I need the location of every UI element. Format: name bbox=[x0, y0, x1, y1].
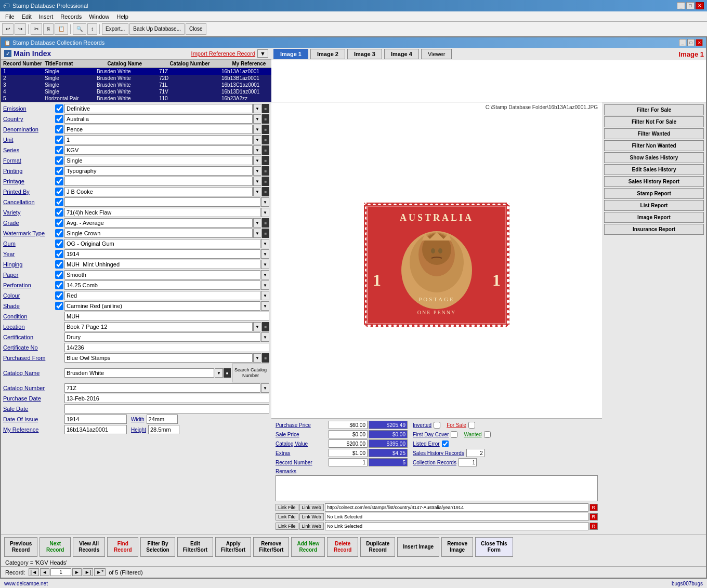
input-purchased-from[interactable] bbox=[64, 353, 253, 363]
dropdown-perforation[interactable]: ▼ bbox=[261, 280, 269, 290]
check-shade[interactable] bbox=[55, 302, 63, 310]
label-my-reference[interactable]: My Reference bbox=[3, 426, 55, 433]
check-denomination[interactable] bbox=[55, 125, 63, 133]
input-series[interactable] bbox=[64, 145, 253, 155]
record-row[interactable]: 1 1914 KGV Head Carmine Red MUH Neck Fla… bbox=[1, 68, 271, 75]
input-country[interactable] bbox=[64, 114, 253, 124]
input-date-of-issue[interactable] bbox=[64, 415, 127, 424]
last-record-nav[interactable]: ►| bbox=[83, 568, 94, 576]
input-catalog-value[interactable] bbox=[329, 439, 368, 448]
next-record-nav[interactable]: ► bbox=[72, 568, 82, 576]
image-report-btn[interactable]: Image Report bbox=[604, 212, 704, 223]
view-all-records-btn[interactable]: View AllRecords bbox=[73, 537, 105, 557]
previous-record-btn[interactable]: PreviousRecord bbox=[4, 537, 37, 557]
edit-sales-history-btn[interactable]: Edit Sales History bbox=[604, 164, 704, 175]
input-hinging[interactable] bbox=[64, 260, 260, 269]
label-year[interactable]: Year bbox=[3, 251, 55, 257]
toolbar-backup[interactable]: Back Up Database... bbox=[129, 23, 185, 35]
label-gum[interactable]: Gum bbox=[3, 240, 55, 247]
check-inverted[interactable] bbox=[434, 422, 440, 429]
check-printage[interactable] bbox=[55, 177, 63, 185]
input-year[interactable] bbox=[64, 249, 260, 259]
link-web-btn-3[interactable]: Link Web bbox=[299, 523, 324, 530]
label-date-of-issue[interactable]: Date Of Issue bbox=[3, 416, 55, 422]
label-certificate-no[interactable]: Certificate No bbox=[3, 344, 55, 351]
label-sale-price[interactable]: Sale Price bbox=[276, 432, 328, 437]
next-record-btn[interactable]: NextRecord bbox=[40, 537, 71, 557]
dropdown-year[interactable]: ▼ bbox=[261, 249, 269, 259]
label-emission[interactable]: Emission bbox=[3, 105, 55, 112]
input-paper[interactable] bbox=[64, 270, 260, 279]
dropdown-unit[interactable]: ▼ bbox=[253, 135, 261, 144]
minimize-btn[interactable]: _ bbox=[677, 2, 685, 9]
label-denomination[interactable]: Denomination bbox=[3, 126, 55, 132]
toolbar-paste[interactable]: 📋 bbox=[55, 23, 68, 35]
check-listed-error[interactable] bbox=[442, 440, 449, 447]
filter-wanted-btn[interactable]: Filter Wanted bbox=[604, 128, 704, 139]
first-record-nav[interactable]: |◄ bbox=[29, 568, 40, 576]
label-certification[interactable]: Certification bbox=[3, 334, 55, 340]
input-condition[interactable] bbox=[64, 312, 269, 321]
menu-file[interactable]: File bbox=[2, 13, 18, 20]
input-printage[interactable] bbox=[64, 177, 253, 186]
input-printed-by[interactable] bbox=[64, 187, 253, 196]
dropdown-catalog-name[interactable]: ▼ bbox=[215, 368, 223, 378]
label-remarks[interactable]: Remarks bbox=[276, 469, 598, 474]
close-btn[interactable]: ✕ bbox=[696, 2, 704, 9]
check-cancellation[interactable] bbox=[55, 198, 63, 206]
input-sales-history-count[interactable] bbox=[466, 449, 485, 457]
dropdown-grade[interactable]: ▼ bbox=[253, 218, 261, 228]
input-emission[interactable] bbox=[64, 104, 253, 113]
input-my-reference[interactable] bbox=[64, 425, 127, 434]
apply-filter-sort-btn[interactable]: ApplyFilter/Sort bbox=[215, 537, 251, 557]
input-record-number-2[interactable] bbox=[369, 458, 408, 466]
dropdown-colour[interactable]: ▼ bbox=[261, 291, 269, 300]
menu-records[interactable]: Records bbox=[57, 13, 85, 20]
check-year[interactable] bbox=[55, 250, 63, 258]
label-colour[interactable]: Colour bbox=[3, 292, 55, 299]
check-printed-by[interactable] bbox=[55, 188, 63, 196]
input-remarks[interactable] bbox=[276, 475, 598, 501]
add-new-record-btn[interactable]: Add NewRecord bbox=[291, 537, 325, 557]
label-watermark[interactable]: Watermark Type bbox=[3, 230, 55, 236]
filter-non-wanted-btn[interactable]: Filter Non Wanted bbox=[604, 140, 704, 151]
dropdown-shade[interactable]: ▼ bbox=[261, 301, 269, 311]
record-row[interactable]: 3 1914 KGV Head Rose Red MUH Dot before … bbox=[1, 82, 271, 88]
search-catalog-btn[interactable]: Search Catalog Number bbox=[232, 364, 269, 382]
index-dropdown[interactable]: ▼ bbox=[257, 49, 268, 58]
check-grade[interactable] bbox=[55, 219, 63, 227]
dropdown-country[interactable]: ▼ bbox=[253, 114, 261, 124]
dropdown-denomination[interactable]: ▼ bbox=[253, 125, 261, 134]
record-row[interactable]: 2 1914 KGV Head Rose Red MLH Single Brus… bbox=[1, 75, 271, 82]
new-record-nav[interactable]: ►* bbox=[94, 568, 106, 576]
check-emission[interactable] bbox=[55, 104, 63, 113]
input-record-number[interactable] bbox=[329, 458, 368, 466]
dropdown-purchased-from[interactable]: ▼ bbox=[253, 353, 261, 363]
label-sale-date[interactable]: Sale Date bbox=[3, 406, 55, 412]
dropdown-variety[interactable]: ▼ bbox=[261, 208, 269, 217]
check-colour[interactable] bbox=[55, 291, 63, 300]
menu-edit[interactable]: Edit bbox=[19, 13, 35, 20]
menu-window[interactable]: Window bbox=[86, 13, 112, 20]
input-extras[interactable] bbox=[329, 449, 368, 457]
insurance-report-btn[interactable]: Insurance Report bbox=[604, 224, 704, 235]
input-collection-records-count[interactable] bbox=[459, 458, 477, 466]
input-format[interactable] bbox=[64, 156, 253, 165]
dropdown-watermark[interactable]: ▼ bbox=[253, 229, 261, 238]
dropdown-printing[interactable]: ▼ bbox=[253, 166, 261, 176]
record-row[interactable]: 5 1914 KGV Head Orange MLH Dot before ri… bbox=[1, 95, 271, 102]
dropdown-catalog-number[interactable]: ▼ bbox=[261, 383, 269, 393]
input-sale-date[interactable] bbox=[64, 404, 269, 413]
input-printing[interactable] bbox=[64, 166, 253, 176]
dropdown-paper[interactable]: ▼ bbox=[261, 270, 269, 279]
input-catalog-number[interactable] bbox=[64, 383, 260, 393]
label-cancellation[interactable]: Cancellation bbox=[3, 199, 55, 205]
label-inverted[interactable]: Inverted bbox=[413, 422, 431, 428]
input-variety[interactable] bbox=[64, 208, 260, 217]
delete-record-btn[interactable]: DeleteRecord bbox=[327, 537, 358, 557]
input-perforation[interactable] bbox=[64, 280, 260, 290]
link-file-btn-2[interactable]: Link File bbox=[276, 513, 298, 520]
maximize-btn[interactable]: □ bbox=[686, 2, 695, 9]
insert-image-btn[interactable]: Insert Image bbox=[397, 537, 439, 557]
dropdown-series[interactable]: ▼ bbox=[253, 145, 261, 155]
